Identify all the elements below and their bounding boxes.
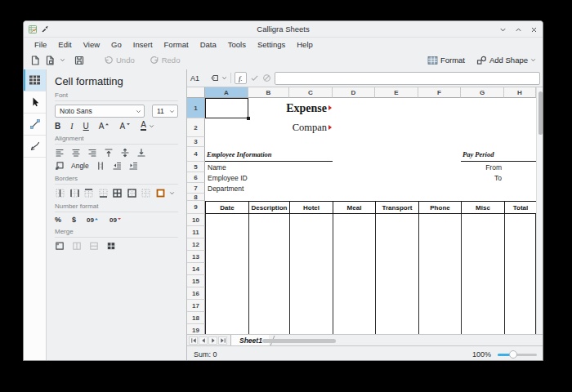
menu-item-data[interactable]: Data bbox=[194, 40, 222, 49]
merge-cells-button[interactable] bbox=[55, 241, 65, 251]
open-document-button[interactable] bbox=[45, 56, 55, 65]
column-header-E[interactable]: E bbox=[375, 87, 418, 98]
next-sheet-button[interactable] bbox=[208, 336, 217, 345]
function-button[interactable]: f. bbox=[235, 72, 247, 84]
row-header-18[interactable]: 18 bbox=[187, 312, 205, 324]
unmerge-cells-button[interactable] bbox=[106, 241, 116, 251]
named-range-button[interactable] bbox=[210, 74, 227, 82]
column-header-D[interactable]: D bbox=[333, 87, 375, 98]
increase-precision-button[interactable]: 09 bbox=[87, 216, 99, 224]
titlebar[interactable]: Calligra Sheets bbox=[24, 21, 543, 38]
cell-cursor-a1[interactable] bbox=[205, 98, 248, 118]
zoom-slider-knob[interactable] bbox=[509, 350, 517, 359]
border-all-button[interactable] bbox=[112, 188, 123, 198]
column-header-C[interactable]: C bbox=[289, 87, 333, 98]
align-left-button[interactable] bbox=[55, 148, 65, 158]
align-bottom-button[interactable] bbox=[136, 148, 146, 158]
cell-tool-button[interactable] bbox=[24, 69, 46, 91]
row-header-6[interactable]: 6 bbox=[187, 172, 205, 183]
font-size-select[interactable]: 11 bbox=[152, 105, 178, 118]
currency-format-button[interactable]: $ bbox=[72, 216, 76, 224]
menu-item-tools[interactable]: Tools bbox=[222, 40, 252, 49]
row-header-16[interactable]: 16 bbox=[187, 287, 205, 300]
menu-item-edit[interactable]: Edit bbox=[52, 40, 77, 49]
menu-item-file[interactable]: File bbox=[29, 40, 52, 49]
add-shape-button[interactable]: Add Shape bbox=[476, 56, 536, 65]
close-button[interactable] bbox=[530, 26, 538, 33]
underline-button[interactable]: U bbox=[83, 122, 89, 131]
vertical-text-button[interactable] bbox=[55, 161, 65, 171]
grow-font-button[interactable]: A bbox=[99, 122, 110, 131]
font-family-select[interactable]: Noto Sans bbox=[55, 105, 145, 118]
row-header-7[interactable]: 7 bbox=[187, 183, 205, 194]
align-top-button[interactable] bbox=[104, 148, 114, 158]
border-vertical-button[interactable] bbox=[55, 188, 65, 198]
row-header-12[interactable]: 12 bbox=[187, 238, 205, 251]
bold-button[interactable]: B bbox=[55, 122, 60, 131]
row-header-19[interactable]: 19 bbox=[187, 324, 205, 334]
first-sheet-button[interactable] bbox=[189, 336, 198, 345]
border-none-button[interactable] bbox=[141, 188, 151, 198]
row-header-1[interactable]: 1 bbox=[187, 98, 205, 118]
rotate-text-button[interactable] bbox=[96, 161, 105, 171]
vertical-scrollbar-thumb[interactable] bbox=[538, 91, 543, 135]
maximize-button[interactable] bbox=[515, 26, 522, 33]
save-button[interactable] bbox=[74, 56, 84, 65]
row-header-9[interactable]: 9 bbox=[187, 201, 205, 214]
vertical-scrollbar[interactable] bbox=[536, 87, 543, 334]
format-button[interactable]: Format bbox=[427, 56, 465, 65]
italic-button[interactable]: I bbox=[70, 122, 73, 131]
row-header-15[interactable]: 15 bbox=[187, 275, 205, 287]
open-dropdown-chevron-icon[interactable] bbox=[60, 57, 65, 63]
previous-sheet-button[interactable] bbox=[199, 336, 208, 345]
row-header-8[interactable]: 8 bbox=[187, 194, 205, 201]
row-header-13[interactable]: 13 bbox=[187, 251, 205, 263]
menu-item-settings[interactable]: Settings bbox=[252, 40, 291, 49]
line-tool-button[interactable] bbox=[24, 114, 46, 136]
border-left-right-button[interactable] bbox=[69, 188, 80, 198]
angle-button[interactable]: Angle bbox=[71, 162, 89, 170]
row-header-10[interactable]: 10 bbox=[187, 214, 205, 226]
row-header-5[interactable]: 5 bbox=[187, 162, 205, 172]
column-header-H[interactable]: H bbox=[504, 87, 536, 98]
apply-check-icon[interactable] bbox=[250, 74, 259, 82]
row-header-14[interactable]: 14 bbox=[187, 263, 205, 275]
border-top-button[interactable] bbox=[83, 188, 94, 198]
column-header-F[interactable]: F bbox=[418, 87, 461, 98]
increase-indent-button[interactable] bbox=[128, 161, 138, 171]
column-header-G[interactable]: G bbox=[461, 87, 504, 98]
row-header-11[interactable]: 11 bbox=[187, 226, 205, 238]
new-document-button[interactable] bbox=[30, 56, 40, 65]
cell-reference[interactable]: A1 bbox=[190, 74, 207, 82]
row-header-2[interactable]: 2 bbox=[187, 118, 205, 137]
align-right-button[interactable] bbox=[87, 148, 97, 158]
align-middle-button[interactable] bbox=[120, 148, 130, 158]
menu-item-help[interactable]: Help bbox=[291, 40, 319, 49]
percent-format-button[interactable]: % bbox=[55, 216, 61, 224]
column-header-B[interactable]: B bbox=[248, 87, 289, 98]
border-color-chevron-icon[interactable] bbox=[169, 190, 175, 196]
border-color-button[interactable] bbox=[155, 188, 166, 198]
formula-input[interactable] bbox=[275, 72, 540, 85]
undo-button[interactable]: Undo bbox=[104, 56, 135, 65]
redo-button[interactable]: Redo bbox=[150, 56, 181, 65]
shrink-font-button[interactable]: A bbox=[119, 122, 131, 131]
column-header-A[interactable]: A bbox=[205, 87, 248, 98]
path-tool-button[interactable] bbox=[24, 136, 46, 158]
cell-grid[interactable]: ABCDEFGH12345678910111213141516171819Exp… bbox=[187, 87, 536, 334]
border-outline-button[interactable] bbox=[127, 188, 137, 198]
cancel-icon[interactable] bbox=[262, 74, 271, 82]
select-all-corner[interactable] bbox=[187, 87, 205, 98]
horizontal-scrollbar-thumb[interactable] bbox=[262, 339, 336, 343]
shape-select-tool-button[interactable] bbox=[24, 91, 46, 114]
row-header-17[interactable]: 17 bbox=[187, 300, 205, 312]
merge-vertical-button[interactable] bbox=[89, 241, 99, 251]
decrease-indent-button[interactable] bbox=[112, 161, 122, 171]
decrease-precision-button[interactable]: 09 bbox=[109, 216, 122, 224]
menu-item-format[interactable]: Format bbox=[159, 40, 194, 49]
border-bottom-button[interactable] bbox=[98, 188, 109, 198]
align-center-button[interactable] bbox=[71, 148, 81, 158]
menu-item-insert[interactable]: Insert bbox=[127, 40, 159, 49]
last-sheet-button[interactable] bbox=[218, 336, 227, 345]
menu-item-view[interactable]: View bbox=[78, 40, 105, 49]
